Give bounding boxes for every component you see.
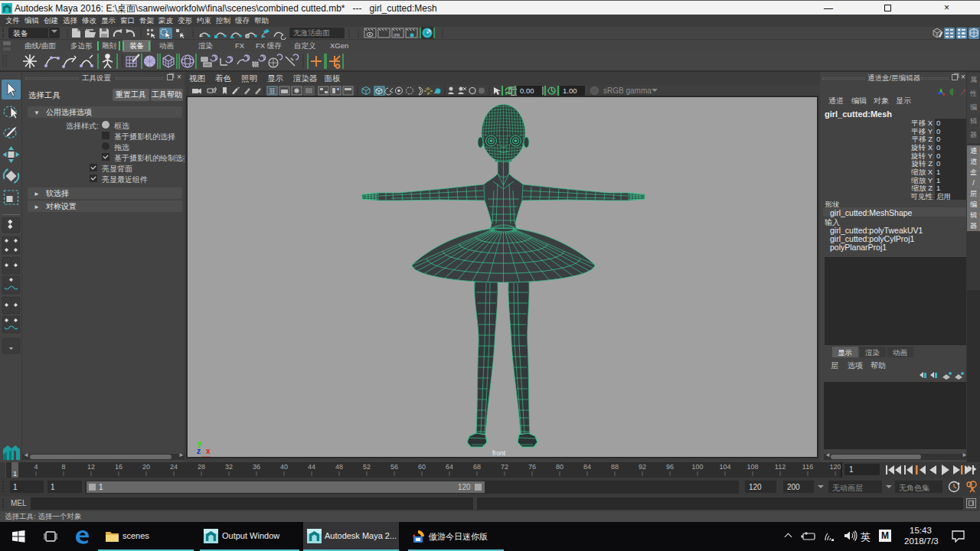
- svg-text:无激活曲面: 无激活曲面: [293, 28, 330, 37]
- svg-text:IPR: IPR: [394, 33, 400, 37]
